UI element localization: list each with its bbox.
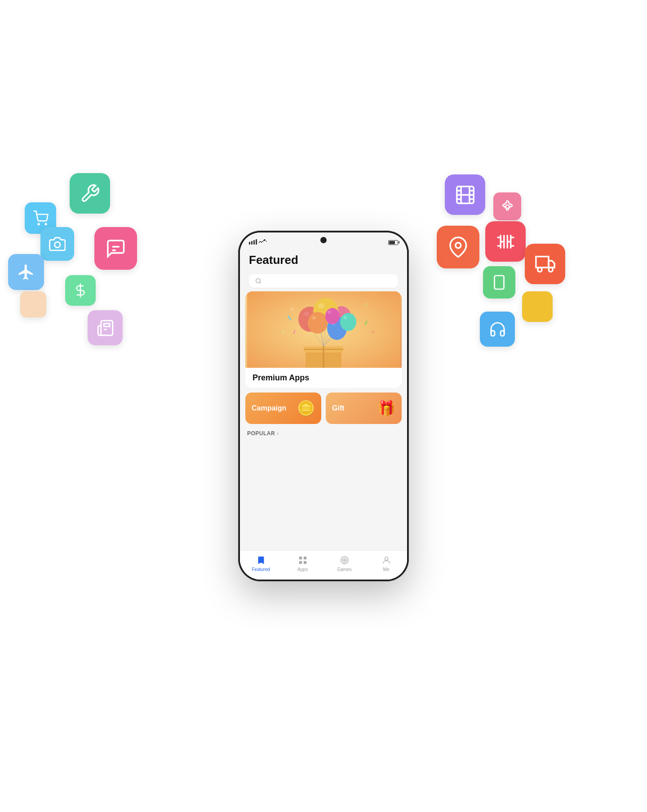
phone-frame: Featured <box>238 231 409 581</box>
floating-icon-1 <box>70 173 110 214</box>
nav-apps[interactable]: Apps <box>282 555 324 572</box>
floating-icon-7 <box>88 310 123 345</box>
floating-icon-12 <box>525 244 565 284</box>
svg-point-70 <box>342 558 346 562</box>
me-nav-label: Me <box>383 567 390 572</box>
floating-icon-13 <box>483 266 515 299</box>
svg-rect-9 <box>456 186 474 203</box>
svg-rect-67 <box>299 561 301 564</box>
svg-line-31 <box>260 282 261 284</box>
banner-title: Premium Apps <box>245 368 402 388</box>
campaign-icon: 🪙 <box>297 400 315 417</box>
popular-arrow: › <box>277 430 279 437</box>
svg-point-17 <box>505 205 509 208</box>
floating-icon-14 <box>522 291 553 322</box>
featured-nav-icon <box>256 555 266 566</box>
svg-point-60 <box>282 330 284 333</box>
floating-icon-6 <box>20 291 46 317</box>
bottom-nav: Featured Apps <box>240 550 407 580</box>
gift-card[interactable]: Gift 🎁 <box>326 393 402 424</box>
campaign-card[interactable]: Campaign 🪙 <box>245 393 321 424</box>
svg-rect-28 <box>256 239 257 245</box>
floating-icon-8 <box>445 174 485 215</box>
svg-point-59 <box>364 303 368 307</box>
camera-notch <box>320 237 327 243</box>
svg-rect-27 <box>253 240 255 245</box>
status-time <box>249 239 267 245</box>
svg-rect-25 <box>249 242 250 245</box>
svg-point-50 <box>308 312 328 334</box>
popular-section[interactable]: POPULAR › <box>245 428 402 438</box>
search-icon <box>255 278 261 284</box>
floating-icon-0 <box>25 202 56 234</box>
svg-point-22 <box>549 268 553 272</box>
floating-icon-3 <box>40 227 74 261</box>
status-right <box>388 240 398 245</box>
svg-point-72 <box>385 557 388 560</box>
scrollable-area: Premium Apps Campaign 🪙 Gift 🎁 <box>240 291 407 550</box>
svg-point-49 <box>318 303 324 308</box>
svg-point-0 <box>38 223 39 225</box>
svg-point-58 <box>290 308 294 311</box>
page-header: Featured <box>240 249 407 271</box>
svg-rect-19 <box>536 256 548 267</box>
apps-nav-label: Apps <box>297 567 308 572</box>
svg-point-29 <box>264 239 266 241</box>
svg-marker-20 <box>549 261 554 268</box>
gift-icon: 🎁 <box>377 400 395 417</box>
svg-point-51 <box>312 316 316 320</box>
apps-nav-icon <box>297 555 308 566</box>
svg-point-4 <box>54 242 60 248</box>
nav-me[interactable]: Me <box>365 555 407 572</box>
banner-card[interactable]: Premium Apps <box>245 291 402 388</box>
svg-point-21 <box>537 268 541 272</box>
svg-rect-7 <box>104 323 110 326</box>
svg-rect-65 <box>299 557 301 559</box>
nav-featured[interactable]: Featured <box>240 555 282 572</box>
floating-icon-10 <box>485 221 526 262</box>
action-cards: Campaign 🪙 Gift 🎁 <box>245 393 402 424</box>
search-bar[interactable] <box>249 274 398 288</box>
banner-illustration <box>245 291 402 368</box>
page-title: Featured <box>249 253 398 267</box>
svg-rect-66 <box>303 557 306 559</box>
svg-point-56 <box>325 308 340 324</box>
floating-icon-9 <box>493 192 521 220</box>
games-nav-label: Games <box>337 567 351 572</box>
nav-games[interactable]: Games <box>324 555 365 572</box>
games-nav-icon <box>339 555 350 566</box>
me-nav-icon <box>381 555 392 566</box>
svg-rect-26 <box>251 241 253 245</box>
svg-point-18 <box>456 243 461 248</box>
status-bar <box>240 232 407 249</box>
banner-image <box>245 291 402 368</box>
svg-point-69 <box>341 557 348 564</box>
floating-icon-15 <box>480 312 515 347</box>
phone-screen: Featured <box>240 232 407 580</box>
svg-point-30 <box>256 279 260 283</box>
floating-icon-2 <box>94 227 137 270</box>
gift-label: Gift <box>332 404 345 412</box>
battery-icon <box>388 240 398 245</box>
featured-nav-label: Featured <box>252 567 270 572</box>
screen-content: Featured <box>240 249 407 580</box>
campaign-label: Campaign <box>252 404 286 412</box>
floating-icon-11 <box>437 226 479 268</box>
svg-point-61 <box>372 330 374 333</box>
svg-rect-68 <box>303 561 306 564</box>
popular-label: POPULAR <box>247 430 275 437</box>
svg-point-45 <box>304 312 309 316</box>
svg-point-71 <box>344 559 346 561</box>
svg-point-55 <box>343 316 347 319</box>
svg-point-57 <box>328 310 331 314</box>
svg-point-1 <box>45 223 46 225</box>
svg-point-54 <box>340 313 356 331</box>
floating-icon-4 <box>8 254 44 290</box>
svg-rect-23 <box>495 276 504 289</box>
floating-icon-5 <box>65 275 96 306</box>
